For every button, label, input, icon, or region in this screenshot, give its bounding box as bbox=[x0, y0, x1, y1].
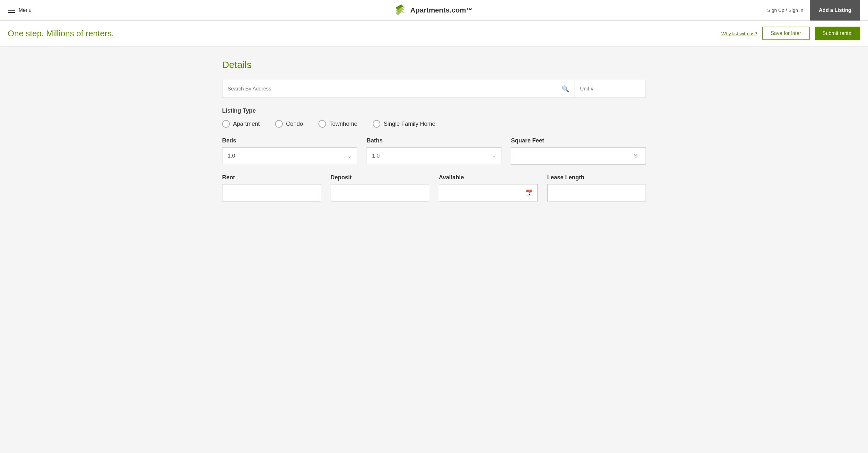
main-content: Details 🔍 Listing Type Apartment Condo T… bbox=[209, 46, 659, 214]
radio-circle-single-family bbox=[373, 120, 380, 128]
lease-length-label: Lease Length bbox=[547, 174, 646, 181]
radio-circle-apartment bbox=[222, 120, 230, 128]
beds-label: Beds bbox=[222, 137, 357, 144]
tagline-text: One step. Millions of renters. bbox=[8, 29, 114, 38]
rent-deposit-row: Rent Deposit Available 📅 Lease Length bbox=[222, 174, 646, 201]
available-input[interactable] bbox=[444, 185, 525, 201]
details-section-title: Details bbox=[222, 59, 646, 70]
listing-type-radio-group: Apartment Condo Townhome Single Family H… bbox=[222, 120, 646, 128]
sqft-field-group: Square Feet SF bbox=[511, 137, 646, 165]
baths-select-wrapper: 1.0 1.5 2.0 2.5 3.0 ⌄ bbox=[367, 147, 501, 164]
logo-area: Apartments.com™ bbox=[395, 4, 473, 17]
beds-select[interactable]: 1.0 2.0 3.0 4.0 Studio bbox=[222, 148, 356, 164]
rent-label: Rent bbox=[222, 174, 321, 181]
beds-field-group: Beds 1.0 2.0 3.0 4.0 Studio ⌄ bbox=[222, 137, 357, 165]
address-search-wrapper: 🔍 bbox=[222, 80, 575, 98]
radio-label-apartment: Apartment bbox=[233, 121, 260, 127]
baths-select[interactable]: 1.0 1.5 2.0 2.5 3.0 bbox=[367, 148, 501, 164]
listing-type-section: Listing Type Apartment Condo Townhome Si… bbox=[222, 107, 646, 128]
save-later-button[interactable]: Save for later bbox=[763, 27, 810, 40]
available-label: Available bbox=[439, 174, 538, 181]
lease-length-input[interactable] bbox=[553, 185, 641, 201]
sqft-input[interactable] bbox=[517, 148, 634, 164]
unit-number-input[interactable] bbox=[575, 80, 646, 98]
deposit-field-group: Deposit bbox=[331, 174, 430, 201]
search-icon: 🔍 bbox=[561, 85, 569, 93]
lease-length-field-group: Lease Length bbox=[547, 174, 646, 201]
sub-header-actions: Why list with us? Save for later Submit … bbox=[721, 27, 860, 40]
apartments-logo-icon bbox=[395, 4, 408, 17]
radio-label-single-family: Single Family Home bbox=[383, 121, 435, 127]
top-navigation: Menu Apartments.com™ Sign Up / Sign In A… bbox=[0, 0, 868, 21]
rent-input[interactable] bbox=[227, 185, 315, 201]
nav-right: Sign Up / Sign In Add a Listing bbox=[767, 0, 860, 21]
add-listing-button[interactable]: Add a Listing bbox=[810, 0, 860, 21]
baths-field-group: Baths 1.0 1.5 2.0 2.5 3.0 ⌄ bbox=[367, 137, 501, 165]
radio-label-townhome: Townhome bbox=[329, 121, 357, 127]
rent-field-group: Rent bbox=[222, 174, 321, 201]
sqft-suffix: SF bbox=[634, 153, 641, 159]
nav-left: Menu bbox=[8, 7, 31, 13]
sqft-input-wrapper: SF bbox=[511, 147, 646, 165]
menu-icon[interactable] bbox=[8, 8, 15, 13]
radio-condo[interactable]: Condo bbox=[275, 120, 303, 128]
radio-circle-condo bbox=[275, 120, 283, 128]
submit-rental-button[interactable]: Submit rental bbox=[815, 27, 860, 40]
sign-in-links[interactable]: Sign Up / Sign In bbox=[767, 7, 804, 13]
beds-select-wrapper: 1.0 2.0 3.0 4.0 Studio ⌄ bbox=[222, 147, 357, 164]
sqft-label: Square Feet bbox=[511, 137, 646, 144]
calendar-icon: 📅 bbox=[525, 189, 532, 196]
deposit-label: Deposit bbox=[331, 174, 430, 181]
rent-input-wrapper bbox=[222, 184, 321, 201]
radio-label-condo: Condo bbox=[286, 121, 303, 127]
radio-single-family[interactable]: Single Family Home bbox=[373, 120, 435, 128]
beds-baths-sqft-row: Beds 1.0 2.0 3.0 4.0 Studio ⌄ Baths 1.0 … bbox=[222, 137, 646, 165]
listing-type-label: Listing Type bbox=[222, 107, 646, 114]
radio-circle-townhome bbox=[318, 120, 326, 128]
lease-length-input-wrapper bbox=[547, 184, 646, 201]
deposit-input-wrapper bbox=[331, 184, 430, 201]
available-input-wrapper: 📅 bbox=[439, 184, 538, 201]
menu-label[interactable]: Menu bbox=[19, 7, 31, 13]
radio-apartment[interactable]: Apartment bbox=[222, 120, 260, 128]
radio-townhome[interactable]: Townhome bbox=[318, 120, 357, 128]
why-list-link[interactable]: Why list with us? bbox=[721, 31, 757, 36]
logo-text: Apartments.com™ bbox=[410, 6, 473, 14]
address-row: 🔍 bbox=[222, 80, 646, 98]
available-field-group: Available 📅 bbox=[439, 174, 538, 201]
address-search-input[interactable] bbox=[227, 80, 559, 98]
deposit-input[interactable] bbox=[336, 185, 424, 201]
baths-label: Baths bbox=[367, 137, 501, 144]
sub-header: One step. Millions of renters. Why list … bbox=[0, 21, 868, 46]
